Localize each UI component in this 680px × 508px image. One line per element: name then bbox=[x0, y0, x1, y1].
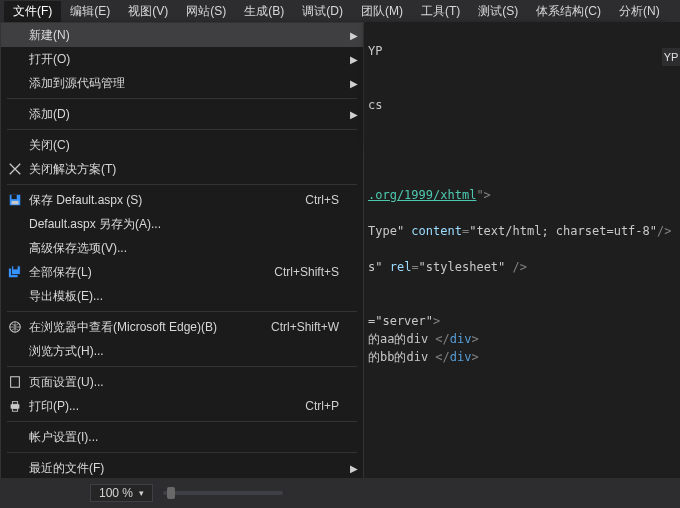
code-line: cs bbox=[364, 96, 680, 114]
code-line bbox=[364, 204, 680, 222]
code-line: s" rel="stylesheet" /> bbox=[364, 258, 680, 276]
menubar-item[interactable]: 工具(T) bbox=[412, 1, 469, 22]
code-editor[interactable]: YP cs .org/1999/xhtml"> Type" content="t… bbox=[364, 22, 680, 478]
menu-label: 帐户设置(I)... bbox=[29, 429, 339, 446]
file-menu-item[interactable]: 关闭(C) bbox=[1, 133, 363, 157]
menu-icon-slot bbox=[1, 193, 29, 207]
menubar: 文件(F)编辑(E)视图(V)网站(S)生成(B)调试(D)团队(M)工具(T)… bbox=[0, 0, 680, 22]
zoom-slider-thumb[interactable] bbox=[167, 487, 175, 499]
code-line: .org/1999/xhtml"> bbox=[364, 186, 680, 204]
menubar-item[interactable]: 网站(S) bbox=[177, 1, 235, 22]
menu-separator bbox=[7, 98, 357, 99]
code-line bbox=[364, 294, 680, 312]
code-line bbox=[364, 60, 680, 78]
svg-rect-10 bbox=[12, 409, 17, 412]
submenu-arrow-icon: ▶ bbox=[349, 54, 363, 65]
save-icon bbox=[8, 193, 22, 207]
menu-label: 全部保存(L) bbox=[29, 264, 274, 281]
menu-label: 浏览方式(H)... bbox=[29, 343, 339, 360]
menu-shortcut: Ctrl+Shift+S bbox=[274, 265, 349, 279]
code-line: YP bbox=[364, 42, 680, 60]
menu-separator bbox=[7, 129, 357, 130]
file-menu-item[interactable]: 打印(P)...Ctrl+P bbox=[1, 394, 363, 418]
menu-label: 关闭(C) bbox=[29, 137, 339, 154]
file-menu-item[interactable]: 添加(D)▶ bbox=[1, 102, 363, 126]
svg-rect-2 bbox=[12, 201, 19, 205]
menubar-item[interactable]: 视图(V) bbox=[119, 1, 177, 22]
svg-rect-5 bbox=[13, 266, 17, 270]
menu-label: 导出模板(E)... bbox=[29, 288, 339, 305]
menubar-item[interactable]: 文件(F) bbox=[4, 1, 61, 22]
menu-separator bbox=[7, 184, 357, 185]
code-line: Type" content="text/html; charset=utf-8"… bbox=[364, 222, 680, 240]
menu-label: 打印(P)... bbox=[29, 398, 305, 415]
menubar-item[interactable]: 测试(S) bbox=[469, 1, 527, 22]
menu-label: 打开(O) bbox=[29, 51, 339, 68]
menu-separator bbox=[7, 366, 357, 367]
submenu-arrow-icon: ▶ bbox=[349, 78, 363, 89]
menu-shortcut: Ctrl+P bbox=[305, 399, 349, 413]
code-line bbox=[364, 114, 680, 132]
menu-icon-slot bbox=[1, 320, 29, 334]
code-line: 的bb的div </div> bbox=[364, 348, 680, 366]
menubar-item[interactable]: 分析(N) bbox=[610, 1, 669, 22]
menu-icon-slot bbox=[1, 399, 29, 413]
file-menu-item[interactable]: 在浏览器中查看(Microsoft Edge)(B)Ctrl+Shift+W bbox=[1, 315, 363, 339]
submenu-arrow-icon: ▶ bbox=[349, 463, 363, 474]
file-menu-item[interactable]: 导出模板(E)... bbox=[1, 284, 363, 308]
menu-shortcut: Ctrl+S bbox=[305, 193, 349, 207]
browser-icon bbox=[8, 320, 22, 334]
code-line bbox=[364, 276, 680, 294]
menu-separator bbox=[7, 311, 357, 312]
menu-label: 新建(N) bbox=[29, 27, 339, 44]
menu-label: 保存 Default.aspx (S) bbox=[29, 192, 305, 209]
menu-label: 高级保存选项(V)... bbox=[29, 240, 339, 257]
file-menu-item[interactable]: 帐户设置(I)... bbox=[1, 425, 363, 449]
menu-separator bbox=[7, 421, 357, 422]
file-menu-item[interactable]: 添加到源代码管理▶ bbox=[1, 71, 363, 95]
svg-rect-8 bbox=[11, 404, 20, 408]
zoom-combo[interactable]: 100 % ▾ bbox=[90, 484, 153, 502]
menu-shortcut: Ctrl+Shift+W bbox=[271, 320, 349, 334]
file-menu-item[interactable]: 页面设置(U)... bbox=[1, 370, 363, 394]
zoom-slider[interactable] bbox=[163, 491, 283, 495]
menu-label: 关闭解决方案(T) bbox=[29, 161, 339, 178]
code-line bbox=[364, 132, 680, 150]
code-line: 的aa的div </div> bbox=[364, 330, 680, 348]
code-line bbox=[364, 78, 680, 96]
file-menu-item[interactable]: Default.aspx 另存为(A)... bbox=[1, 212, 363, 236]
menubar-item[interactable]: 调试(D) bbox=[293, 1, 352, 22]
file-menu-item[interactable]: 浏览方式(H)... bbox=[1, 339, 363, 363]
file-menu-item[interactable]: 最近的文件(F)▶ bbox=[1, 456, 363, 480]
chevron-down-icon: ▾ bbox=[139, 488, 144, 498]
save-all-icon bbox=[8, 265, 22, 279]
code-line bbox=[364, 240, 680, 258]
code-line: ="server"> bbox=[364, 312, 680, 330]
zoom-value: 100 % bbox=[99, 486, 133, 500]
menu-label: 页面设置(U)... bbox=[29, 374, 339, 391]
menu-icon-slot bbox=[1, 162, 29, 176]
right-dock-tab[interactable]: YP bbox=[662, 48, 680, 66]
file-menu-item[interactable]: 打开(O)▶ bbox=[1, 47, 363, 71]
file-menu-item[interactable]: 高级保存选项(V)... bbox=[1, 236, 363, 260]
menubar-item[interactable]: 生成(B) bbox=[235, 1, 293, 22]
file-menu-item[interactable]: 全部保存(L)Ctrl+Shift+S bbox=[1, 260, 363, 284]
file-menu-item[interactable]: 新建(N)▶ bbox=[1, 23, 363, 47]
menu-label: 最近的文件(F) bbox=[29, 460, 339, 477]
file-menu-item[interactable]: 关闭解决方案(T) bbox=[1, 157, 363, 181]
right-dock-label: YP bbox=[664, 51, 679, 63]
svg-rect-7 bbox=[11, 377, 20, 388]
print-icon bbox=[8, 399, 22, 413]
close-solution-icon bbox=[8, 162, 22, 176]
file-menu: 新建(N)▶打开(O)▶添加到源代码管理▶添加(D)▶关闭(C)关闭解决方案(T… bbox=[0, 22, 364, 508]
submenu-arrow-icon: ▶ bbox=[349, 109, 363, 120]
menu-icon-slot bbox=[1, 265, 29, 279]
menu-separator bbox=[7, 452, 357, 453]
menubar-item[interactable]: 编辑(E) bbox=[61, 1, 119, 22]
menubar-item[interactable]: 团队(M) bbox=[352, 1, 412, 22]
file-menu-item[interactable]: 保存 Default.aspx (S)Ctrl+S bbox=[1, 188, 363, 212]
svg-rect-9 bbox=[12, 402, 17, 405]
menu-label: 添加到源代码管理 bbox=[29, 75, 339, 92]
code-line bbox=[364, 150, 680, 168]
menubar-item[interactable]: 体系结构(C) bbox=[527, 1, 610, 22]
